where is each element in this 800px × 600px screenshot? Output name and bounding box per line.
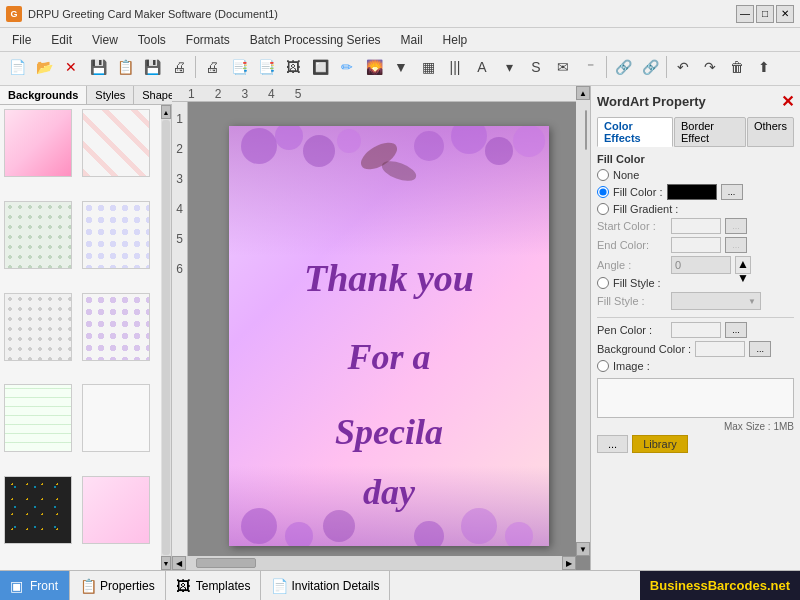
bg-color-browse[interactable]: ... (749, 341, 771, 357)
none-radio[interactable] (597, 169, 609, 181)
menu-edit[interactable]: Edit (43, 31, 80, 49)
bg-thumb-1[interactable] (4, 109, 72, 177)
save-as-button[interactable]: 📋 (112, 54, 138, 80)
fill-color-radio[interactable] (597, 186, 609, 198)
tb-btn-9[interactable]: 📑 (226, 54, 252, 80)
menu-bar: File Edit View Tools Formats Batch Proce… (0, 28, 800, 52)
fill-color-section: Fill Color (597, 153, 794, 165)
panel-close-button[interactable]: ✕ (781, 92, 794, 111)
start-color-browse: ... (725, 218, 747, 234)
small-action-button[interactable]: ... (597, 435, 628, 453)
tb-btn-21[interactable]: ✉ (550, 54, 576, 80)
tb-btn-8[interactable]: 🖨 (199, 54, 225, 80)
scroll-right-button[interactable]: ▶ (562, 556, 576, 570)
scroll-thumb-horizontal[interactable] (196, 558, 256, 568)
tb-btn-19[interactable]: ▾ (496, 54, 522, 80)
tab-styles[interactable]: Styles (87, 86, 134, 104)
panel-tabs: Color Effects Border Effect Others (597, 117, 794, 147)
save2-button[interactable]: 💾 (139, 54, 165, 80)
tb-btn-22[interactable]: ⁻ (577, 54, 603, 80)
tab-color-effects[interactable]: Color Effects (597, 117, 673, 147)
tb-btn-20[interactable]: S (523, 54, 549, 80)
tb-btn-16[interactable]: ▦ (415, 54, 441, 80)
scroll-thumb-vertical[interactable] (585, 110, 587, 150)
right-panel: WordArt Property ✕ Color Effects Border … (590, 86, 800, 570)
image-radio[interactable] (597, 360, 609, 372)
tb-btn-15[interactable]: ▼ (388, 54, 414, 80)
tab-others[interactable]: Others (747, 117, 794, 147)
close-doc-button[interactable]: ✕ (58, 54, 84, 80)
menu-help[interactable]: Help (435, 31, 476, 49)
angle-spinner: ▲▼ (735, 256, 751, 274)
canvas-scroll-horizontal[interactable]: ◀ ▶ (172, 556, 576, 570)
canvas-scroll-vertical[interactable]: ▲ ▼ (576, 86, 590, 556)
left-scrollbar[interactable]: ▲ ▼ (161, 105, 171, 570)
new-button[interactable]: 📄 (4, 54, 30, 80)
fill-color-browse[interactable]: ... (721, 184, 743, 200)
bg-thumb-5[interactable] (4, 293, 72, 361)
save-button[interactable]: 💾 (85, 54, 111, 80)
tb-btn-12[interactable]: 🔲 (307, 54, 333, 80)
tab-backgrounds[interactable]: Backgrounds (0, 86, 87, 104)
tb-btn-27[interactable]: 🗑 (724, 54, 750, 80)
minimize-button[interactable]: — (736, 5, 754, 23)
start-color-swatch (671, 218, 721, 234)
bg-thumb-8[interactable] (82, 384, 150, 452)
end-color-row: End Color: ... (597, 237, 794, 253)
status-invitation-button[interactable]: 📄 Invitation Details (261, 571, 390, 600)
tab-border-effect[interactable]: Border Effect (674, 117, 746, 147)
status-properties-button[interactable]: 📋 Properties (70, 571, 166, 600)
brand-label: BusinessBarcodes.net (640, 571, 800, 600)
svg-point-3 (337, 129, 361, 153)
tb-btn-18[interactable]: A (469, 54, 495, 80)
maximize-button[interactable]: □ (756, 5, 774, 23)
menu-formats[interactable]: Formats (178, 31, 238, 49)
scroll-track-horizontal[interactable] (186, 556, 562, 570)
print-button[interactable]: 🖨 (166, 54, 192, 80)
menu-mail[interactable]: Mail (393, 31, 431, 49)
tb-btn-17[interactable]: ||| (442, 54, 468, 80)
close-button[interactable]: ✕ (776, 5, 794, 23)
tb-btn-10[interactable]: 📑 (253, 54, 279, 80)
bg-thumb-7[interactable] (4, 384, 72, 452)
fill-gradient-radio[interactable] (597, 203, 609, 215)
tb-btn-28[interactable]: ⬆ (751, 54, 777, 80)
menu-file[interactable]: File (4, 31, 39, 49)
status-front-button[interactable]: ▣ Front (0, 571, 70, 600)
fill-color-label: Fill Color : (613, 186, 663, 198)
bg-thumb-flowers[interactable] (82, 476, 150, 544)
library-button[interactable]: Library (632, 435, 688, 453)
menu-view[interactable]: View (84, 31, 126, 49)
tb-btn-11[interactable]: 🖼 (280, 54, 306, 80)
tb-btn-26[interactable]: ↷ (697, 54, 723, 80)
bg-color-row: Background Color : ... (597, 341, 794, 357)
tb-btn-24[interactable]: 🔗 (637, 54, 663, 80)
tb-btn-14[interactable]: 🌄 (361, 54, 387, 80)
tb-btn-23[interactable]: 🔗 (610, 54, 636, 80)
fill-color-swatch[interactable] (667, 184, 717, 200)
fill-gradient-radio-row: Fill Gradient : (597, 203, 794, 215)
title-bar: G DRPU Greeting Card Maker Software (Doc… (0, 0, 800, 28)
bg-color-swatch[interactable] (695, 341, 745, 357)
pen-color-browse[interactable]: ... (725, 322, 747, 338)
bg-thumb-4[interactable] (82, 201, 150, 269)
bg-thumb-6[interactable] (82, 293, 150, 361)
bg-thumb-sparkle[interactable] (4, 476, 72, 544)
bg-thumb-3[interactable] (4, 201, 72, 269)
scroll-left-button[interactable]: ◀ (172, 556, 186, 570)
tb-btn-25[interactable]: ↶ (670, 54, 696, 80)
card-canvas[interactable]: Thank you For a Specila day (188, 102, 590, 570)
scroll-up-button[interactable]: ▲ (576, 86, 590, 100)
scroll-down-button[interactable]: ▼ (576, 542, 590, 556)
card-text-thank-you: Thank you (304, 256, 474, 300)
pen-color-swatch[interactable] (671, 322, 721, 338)
left-panel: Backgrounds Styles Shapes ▲ ▼ (0, 86, 172, 570)
tb-btn-13[interactable]: ✏ (334, 54, 360, 80)
open-button[interactable]: 📂 (31, 54, 57, 80)
status-templates-button[interactable]: 🖼 Templates (166, 571, 262, 600)
bg-thumb-2[interactable] (82, 109, 150, 177)
none-label: None (613, 169, 639, 181)
fill-style-radio[interactable] (597, 277, 609, 289)
menu-batch[interactable]: Batch Processing Series (242, 31, 389, 49)
menu-tools[interactable]: Tools (130, 31, 174, 49)
